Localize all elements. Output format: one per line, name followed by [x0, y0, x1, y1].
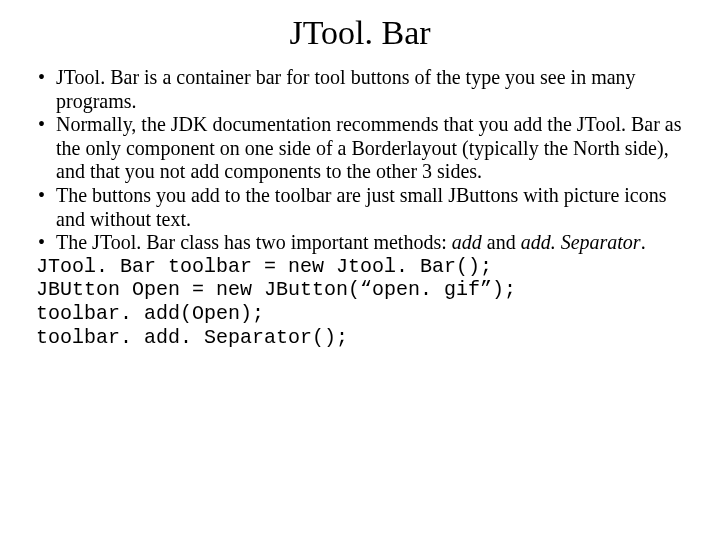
bullet-item: Normally, the JDK documentation recommen…	[36, 113, 684, 184]
bullet-text-post: .	[641, 231, 646, 253]
bullet-item: The buttons you add to the toolbar are j…	[36, 184, 684, 231]
bullet-list: JTool. Bar is a container bar for tool b…	[36, 66, 684, 255]
bullet-text-pre: The JTool. Bar class has two important m…	[56, 231, 452, 253]
bullet-text: JTool. Bar is a container bar for tool b…	[56, 66, 636, 112]
bullet-text: Normally, the JDK documentation recommen…	[56, 113, 682, 182]
code-block: JTool. Bar toolbar = new Jtool. Bar(); J…	[36, 255, 684, 349]
bullet-text: The buttons you add to the toolbar are j…	[56, 184, 666, 230]
slide-body: JTool. Bar is a container bar for tool b…	[36, 66, 684, 349]
bullet-text-em2: add. Separator	[521, 231, 641, 253]
slide: JTool. Bar JTool. Bar is a container bar…	[0, 0, 720, 540]
bullet-text-em1: add	[452, 231, 482, 253]
bullet-item: The JTool. Bar class has two important m…	[36, 231, 684, 255]
slide-title: JTool. Bar	[36, 14, 684, 52]
bullet-item: JTool. Bar is a container bar for tool b…	[36, 66, 684, 113]
bullet-text-mid: and	[482, 231, 521, 253]
